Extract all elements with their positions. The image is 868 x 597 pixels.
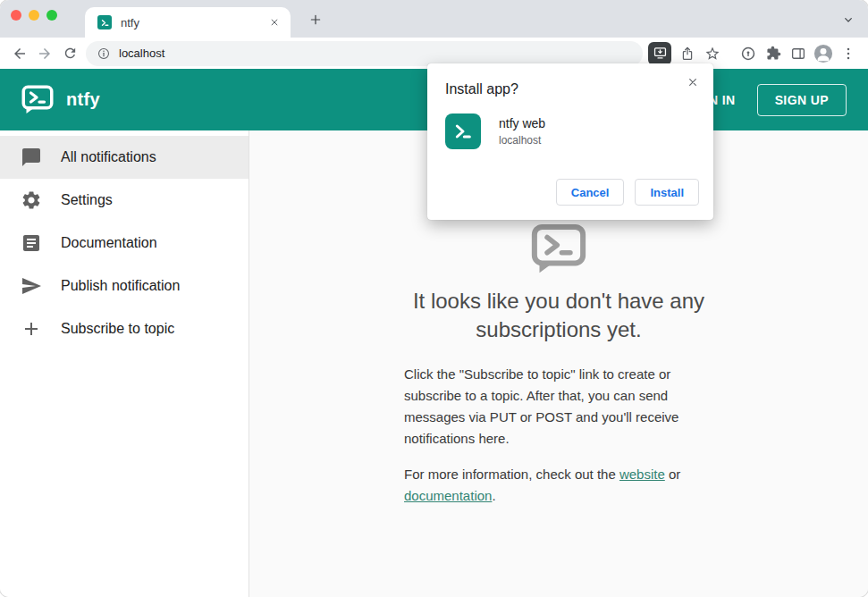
more-info-prefix: For more information, check out the — [404, 467, 619, 482]
sidebar: All notifications Settings Documentation… — [0, 130, 249, 597]
sign-up-button[interactable]: SIGN UP — [757, 84, 847, 116]
install-app-dialog: Install app? ntfy web localhost Cancel I… — [427, 63, 713, 220]
ntfy-logo-large-icon — [531, 223, 586, 274]
install-button[interactable]: Install — [635, 179, 699, 206]
sidebar-item-settings[interactable]: Settings — [0, 179, 249, 222]
install-app-icon[interactable] — [648, 42, 671, 65]
empty-state-more-info: For more information, check out the webs… — [404, 464, 713, 507]
tab-strip: ntfy — [0, 0, 868, 38]
more-info-middle: or — [665, 467, 681, 482]
send-icon — [21, 275, 42, 297]
sidebar-item-publish-notification[interactable]: Publish notification — [0, 265, 249, 307]
install-dialog-app-row: ntfy web localhost — [445, 114, 699, 149]
side-panel-icon[interactable] — [786, 41, 811, 66]
sidebar-item-documentation[interactable]: Documentation — [0, 222, 249, 265]
ntfy-app-icon — [445, 114, 481, 149]
back-icon[interactable] — [7, 41, 32, 66]
tab-search-chevron-icon[interactable] — [839, 11, 857, 29]
maximize-window-button[interactable] — [46, 10, 57, 21]
cancel-button[interactable]: Cancel — [556, 179, 625, 206]
sidebar-item-label: All notifications — [61, 149, 156, 165]
website-link[interactable]: website — [619, 467, 665, 482]
window-controls — [11, 10, 57, 21]
install-dialog-app-name: ntfy web — [499, 116, 545, 130]
install-dialog-actions: Cancel Install — [556, 179, 699, 206]
sidebar-item-all-notifications[interactable]: All notifications — [0, 136, 249, 179]
extensions-puzzle-icon[interactable] — [761, 41, 786, 66]
sidebar-item-label: Publish notification — [61, 278, 180, 294]
password-manager-extension-icon[interactable] — [736, 41, 761, 66]
plus-icon — [21, 318, 42, 340]
address-bar[interactable]: localhost — [86, 41, 643, 66]
tab-title: ntfy — [121, 16, 265, 29]
browser-menu-dots-icon[interactable] — [836, 41, 861, 66]
forward-icon[interactable] — [32, 41, 57, 66]
sidebar-item-label: Settings — [61, 192, 113, 208]
empty-state-body: Click the "Subscribe to topic" link to c… — [404, 364, 713, 450]
ntfy-logo-icon — [21, 85, 54, 114]
new-tab-button[interactable] — [305, 9, 326, 30]
tab-close-icon[interactable] — [265, 13, 283, 31]
gear-icon — [21, 189, 42, 211]
tab-favicon — [97, 15, 112, 29]
chat-bubble-icon — [21, 147, 42, 168]
sidebar-item-label: Subscribe to topic — [61, 321, 174, 337]
site-info-icon[interactable] — [97, 46, 111, 61]
close-window-button[interactable] — [11, 10, 21, 21]
install-dialog-title: Install app? — [445, 81, 699, 97]
dialog-close-icon[interactable] — [681, 71, 704, 94]
more-info-suffix: . — [492, 488, 495, 503]
share-icon[interactable] — [675, 41, 700, 66]
bookmark-star-icon[interactable] — [700, 41, 725, 66]
sidebar-item-label: Documentation — [61, 235, 157, 251]
browser-tab[interactable]: ntfy — [85, 7, 291, 38]
profile-avatar[interactable] — [811, 41, 836, 66]
minimize-window-button[interactable] — [29, 10, 39, 21]
documentation-link[interactable]: documentation — [404, 488, 492, 503]
address-text: localhost — [119, 46, 164, 60]
document-icon — [21, 232, 42, 254]
sidebar-item-subscribe-to-topic[interactable]: Subscribe to topic — [0, 307, 249, 350]
install-dialog-origin: localhost — [499, 134, 545, 147]
app-title: ntfy — [66, 89, 100, 110]
reload-icon[interactable] — [57, 41, 82, 66]
browser-window: ntfy localhost — [0, 0, 868, 597]
empty-state-heading: It looks like you don't have any subscri… — [371, 287, 746, 344]
